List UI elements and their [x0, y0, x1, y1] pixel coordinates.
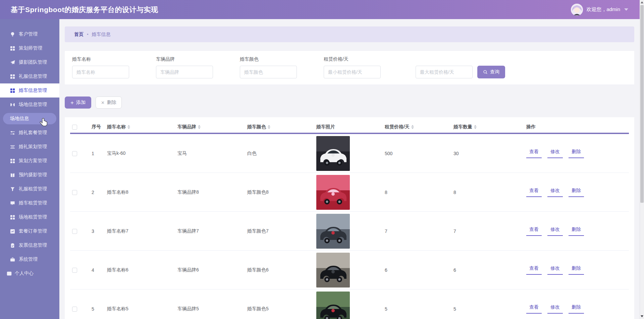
view-link[interactable]: 查看 — [526, 265, 542, 275]
sort-caret-icon[interactable] — [127, 125, 130, 129]
sidebar-item-venue-info-sub[interactable]: 场地信息 — [3, 113, 56, 124]
sidebar-item-invoices[interactable]: 发票信息管理 — [0, 238, 59, 252]
cell-qty: 30 — [448, 151, 521, 156]
min-price-input[interactable] — [324, 66, 381, 78]
edit-link[interactable]: 修改 — [547, 149, 563, 158]
search-filter-panel: 婚车名称 车辆品牌 婚车颜色 租赁价格/天 查询 — [65, 51, 634, 84]
cell-color: 婚车颜色7 — [242, 228, 311, 234]
delete-link[interactable]: 删除 — [569, 149, 584, 158]
delete-button[interactable]: 删除 — [96, 97, 122, 109]
column-header[interactable]: 婚车名称 — [102, 124, 172, 130]
sidebar-item-dress-info[interactable]: 礼服信息管理 — [0, 69, 59, 83]
sort-caret-icon[interactable] — [198, 125, 201, 129]
cell-car-name: 婚车名称8 — [102, 189, 172, 195]
edit-link[interactable]: 修改 — [547, 265, 563, 275]
row-checkbox[interactable] — [72, 190, 77, 195]
sidebar-item-personal-center[interactable]: 个人中心 — [0, 266, 59, 280]
cell-brand: 车辆品牌5 — [172, 306, 242, 312]
column-header[interactable]: 车辆品牌 — [172, 124, 242, 130]
delete-link[interactable]: 删除 — [569, 304, 584, 314]
panel-icon — [7, 271, 12, 276]
brand-input[interactable] — [156, 66, 213, 78]
row-checkbox[interactable] — [72, 307, 77, 312]
car-photo — [316, 136, 350, 171]
row-checkbox[interactable] — [72, 151, 77, 156]
sidebar-item-system[interactable]: 系统管理 — [0, 252, 59, 266]
table-row: 5 婚车名称5 车辆品牌5 婚车颜色5 5 5 查看修改删除 — [70, 290, 629, 319]
edit-link[interactable]: 修改 — [547, 188, 563, 197]
sidebar-item-car-rental[interactable]: 婚车租赁管理 — [0, 196, 59, 210]
breadcrumb: 首页 • 婚车信息 — [65, 26, 634, 42]
sidebar-item-label: 客户管理 — [19, 31, 38, 37]
delete-link[interactable]: 删除 — [569, 188, 584, 197]
column-header[interactable]: 租赁价格/天 — [379, 124, 448, 130]
sidebar-item-label: 个人中心 — [15, 270, 34, 276]
sidebar-item-planning-scheme[interactable]: 策划方案管理 — [0, 154, 59, 168]
cell-qty: 5 — [448, 306, 521, 312]
select-all-checkbox[interactable] — [72, 125, 77, 130]
car-photo — [316, 253, 350, 288]
sidebar-item-dress-rental[interactable]: 礼服租赁管理 — [0, 182, 59, 196]
sidebar-item-wedding-planning[interactable]: 婚礼策划管理 — [0, 140, 59, 154]
sidebar-item-package-orders[interactable]: 套餐订单管理 — [0, 224, 59, 238]
color-input[interactable] — [240, 66, 297, 78]
filter-label: 婚车颜色 — [240, 56, 324, 62]
max-price-input[interactable] — [416, 66, 473, 78]
cell-brand: 宝马 — [172, 150, 242, 156]
column-header[interactable]: 婚车数量 — [448, 124, 521, 130]
scroll-up-arrow-icon[interactable] — [641, 1, 643, 3]
sort-caret-icon[interactable] — [411, 125, 414, 129]
view-link[interactable]: 查看 — [526, 188, 542, 197]
sidebar-item-venue-info[interactable]: 场地信息管理 — [0, 98, 59, 112]
cell-car-name: 婚车名称7 — [102, 228, 172, 234]
sidebar: 客户管理策划师管理摄影团队管理礼服信息管理婚车信息管理场地信息管理场地信息婚礼套… — [0, 19, 59, 319]
chevron-down-icon — [624, 8, 628, 11]
cell-color: 白色 — [242, 150, 311, 156]
cell-index: 5 — [86, 306, 102, 312]
view-link[interactable]: 查看 — [526, 227, 542, 236]
search-button[interactable]: 查询 — [477, 66, 505, 78]
breadcrumb-home[interactable]: 首页 — [74, 31, 84, 38]
sidebar-item-wedding-package[interactable]: 婚礼套餐管理 — [0, 126, 59, 140]
scroll-down-arrow-icon[interactable] — [641, 315, 643, 317]
sidebar-item-car-info[interactable]: 婚车信息管理 — [0, 83, 59, 98]
table-body: 1 宝马k-60 宝马 白色 500 30 查看修改删除 2 婚车名称8 车辆品… — [70, 134, 629, 319]
sidebar-item-label: 系统管理 — [19, 256, 38, 262]
scrollbar-thumb[interactable] — [640, 5, 644, 203]
grid-icon — [10, 158, 15, 164]
row-checkbox[interactable] — [72, 229, 77, 234]
sidebar-item-label: 婚车租赁管理 — [19, 200, 47, 206]
sidebar-item-photo-team[interactable]: 摄影团队管理 — [0, 55, 59, 69]
cross-icon — [101, 100, 105, 105]
view-link[interactable]: 查看 — [526, 304, 542, 314]
vertical-scrollbar[interactable] — [640, 0, 644, 319]
delete-link[interactable]: 删除 — [569, 227, 584, 236]
edit-link[interactable]: 修改 — [547, 304, 563, 314]
sidebar-item-label: 套餐订单管理 — [19, 228, 47, 234]
cell-car-name: 宝马k-60 — [102, 150, 172, 156]
cell-color: 婚车颜色8 — [242, 189, 311, 195]
sidebar-item-photo-booking[interactable]: 预约摄影管理 — [0, 168, 59, 182]
sort-caret-icon[interactable] — [268, 125, 270, 129]
edit-link[interactable]: 修改 — [547, 227, 563, 236]
row-checkbox[interactable] — [72, 268, 77, 273]
user-menu[interactable]: 欢迎您，admin — [571, 4, 628, 16]
view-link[interactable]: 查看 — [526, 149, 542, 158]
sidebar-item-customers[interactable]: 客户管理 — [0, 27, 59, 41]
add-button[interactable]: 添加 — [65, 97, 91, 109]
filter-label: 车辆品牌 — [156, 56, 240, 62]
sidebar-item-venue-rental[interactable]: 场地租赁管理 — [0, 210, 59, 224]
column-header[interactable]: 婚车颜色 — [242, 124, 311, 130]
sidebar-item-planners[interactable]: 策划师管理 — [0, 41, 59, 55]
car-name-input[interactable] — [72, 66, 129, 78]
sidebar-item-label: 场地租赁管理 — [19, 214, 47, 220]
app-title: 基于Springboot的婚庆服务平台的设计与实现 — [11, 5, 158, 14]
filter-price: 租赁价格/天 — [324, 56, 473, 78]
breadcrumb-current: 婚车信息 — [92, 31, 111, 38]
delete-button-label: 删除 — [107, 100, 116, 106]
grid-icon — [10, 88, 15, 93]
cell-index: 1 — [86, 151, 102, 156]
car-photo — [316, 214, 350, 249]
sort-caret-icon[interactable] — [474, 125, 477, 129]
delete-link[interactable]: 删除 — [569, 265, 584, 275]
